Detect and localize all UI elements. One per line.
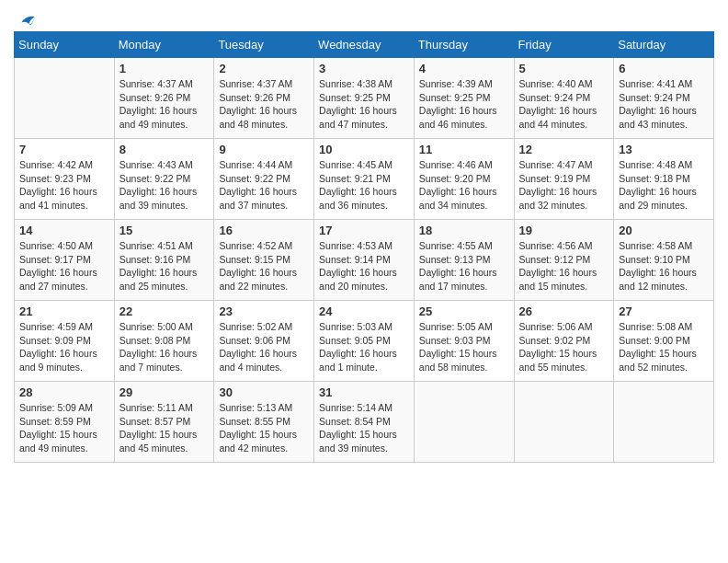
calendar-cell: 2Sunrise: 4:37 AMSunset: 9:26 PMDaylight…	[214, 58, 314, 139]
day-number: 14	[19, 224, 109, 237]
calendar-cell: 19Sunrise: 4:56 AMSunset: 9:12 PMDayligh…	[514, 220, 614, 301]
header-day: Tuesday	[214, 32, 314, 58]
calendar-cell: 7Sunrise: 4:42 AMSunset: 9:23 PMDaylight…	[15, 139, 115, 220]
header-row: SundayMondayTuesdayWednesdayThursdayFrid…	[15, 32, 714, 58]
calendar-week-row: 7Sunrise: 4:42 AMSunset: 9:23 PMDaylight…	[15, 139, 714, 220]
day-info: Sunrise: 5:14 AMSunset: 8:54 PMDaylight:…	[319, 401, 409, 455]
day-number: 3	[319, 62, 409, 75]
day-number: 29	[119, 385, 210, 399]
calendar-cell: 15Sunrise: 4:51 AMSunset: 9:16 PMDayligh…	[114, 220, 214, 301]
calendar-body: 1Sunrise: 4:37 AMSunset: 9:26 PMDaylight…	[15, 58, 714, 463]
calendar-cell	[614, 382, 714, 463]
day-number: 13	[619, 143, 709, 156]
day-info: Sunrise: 4:47 AMSunset: 9:19 PMDaylight:…	[519, 158, 609, 213]
day-number: 28	[19, 385, 109, 399]
day-number: 17	[319, 224, 409, 237]
day-info: Sunrise: 4:37 AMSunset: 9:26 PMDaylight:…	[219, 77, 309, 132]
day-info: Sunrise: 4:53 AMSunset: 9:14 PMDaylight:…	[319, 239, 409, 293]
header-day: Monday	[114, 32, 214, 58]
calendar-cell: 16Sunrise: 4:52 AMSunset: 9:15 PMDayligh…	[214, 220, 314, 301]
day-info: Sunrise: 5:00 AMSunset: 9:08 PMDaylight:…	[119, 320, 210, 374]
day-info: Sunrise: 4:59 AMSunset: 9:09 PMDaylight:…	[19, 320, 109, 374]
day-number: 27	[619, 304, 709, 318]
header-day: Wednesday	[314, 32, 415, 58]
header-day: Friday	[514, 32, 614, 58]
calendar-cell: 20Sunrise: 4:58 AMSunset: 9:10 PMDayligh…	[614, 220, 714, 301]
calendar-cell: 31Sunrise: 5:14 AMSunset: 8:54 PMDayligh…	[314, 382, 415, 463]
calendar-cell: 22Sunrise: 5:00 AMSunset: 9:08 PMDayligh…	[114, 301, 214, 382]
day-number: 30	[219, 385, 309, 399]
calendar-cell: 6Sunrise: 4:41 AMSunset: 9:24 PMDaylight…	[614, 58, 714, 139]
day-info: Sunrise: 4:42 AMSunset: 9:23 PMDaylight:…	[19, 158, 109, 213]
logo	[14, 9, 38, 26]
calendar-cell: 8Sunrise: 4:43 AMSunset: 9:22 PMDaylight…	[114, 139, 214, 220]
day-info: Sunrise: 4:46 AMSunset: 9:20 PMDaylight:…	[419, 158, 509, 213]
header-day: Sunday	[15, 32, 115, 58]
day-number: 21	[19, 304, 109, 318]
calendar-cell: 14Sunrise: 4:50 AMSunset: 9:17 PMDayligh…	[15, 220, 115, 301]
day-info: Sunrise: 5:06 AMSunset: 9:02 PMDaylight:…	[519, 320, 609, 374]
day-number: 10	[319, 143, 409, 156]
day-number: 4	[419, 62, 509, 75]
day-number: 2	[219, 62, 309, 75]
calendar-cell: 13Sunrise: 4:48 AMSunset: 9:18 PMDayligh…	[614, 139, 714, 220]
day-number: 19	[519, 224, 609, 237]
calendar-cell: 28Sunrise: 5:09 AMSunset: 8:59 PMDayligh…	[15, 382, 115, 463]
day-number: 6	[619, 62, 709, 75]
calendar-cell: 12Sunrise: 4:47 AMSunset: 9:19 PMDayligh…	[514, 139, 614, 220]
calendar-cell: 30Sunrise: 5:13 AMSunset: 8:55 PMDayligh…	[214, 382, 314, 463]
day-number: 15	[119, 224, 210, 237]
calendar-cell: 18Sunrise: 4:55 AMSunset: 9:13 PMDayligh…	[414, 220, 514, 301]
day-info: Sunrise: 4:52 AMSunset: 9:15 PMDaylight:…	[219, 239, 309, 293]
logo-bird-icon	[16, 9, 38, 31]
day-info: Sunrise: 4:43 AMSunset: 9:22 PMDaylight:…	[119, 158, 210, 213]
day-number: 9	[219, 143, 309, 156]
day-number: 25	[419, 304, 509, 318]
day-info: Sunrise: 5:13 AMSunset: 8:55 PMDaylight:…	[219, 401, 309, 455]
calendar-cell: 9Sunrise: 4:44 AMSunset: 9:22 PMDaylight…	[214, 139, 314, 220]
calendar-week-row: 14Sunrise: 4:50 AMSunset: 9:17 PMDayligh…	[15, 220, 714, 301]
calendar-cell: 3Sunrise: 4:38 AMSunset: 9:25 PMDaylight…	[314, 58, 415, 139]
day-info: Sunrise: 5:08 AMSunset: 9:00 PMDaylight:…	[619, 320, 709, 374]
day-info: Sunrise: 5:02 AMSunset: 9:06 PMDaylight:…	[219, 320, 309, 374]
calendar-cell: 11Sunrise: 4:46 AMSunset: 9:20 PMDayligh…	[414, 139, 514, 220]
header-day: Thursday	[414, 32, 514, 58]
day-info: Sunrise: 4:48 AMSunset: 9:18 PMDaylight:…	[619, 158, 709, 213]
day-info: Sunrise: 4:56 AMSunset: 9:12 PMDaylight:…	[519, 239, 609, 293]
calendar-week-row: 21Sunrise: 4:59 AMSunset: 9:09 PMDayligh…	[15, 301, 714, 382]
header-day: Saturday	[614, 32, 714, 58]
day-info: Sunrise: 4:37 AMSunset: 9:26 PMDaylight:…	[119, 77, 210, 132]
day-number: 23	[219, 304, 309, 318]
calendar-cell: 4Sunrise: 4:39 AMSunset: 9:25 PMDaylight…	[414, 58, 514, 139]
calendar-cell	[414, 382, 514, 463]
day-number: 24	[319, 304, 409, 318]
day-number: 1	[119, 62, 210, 75]
day-number: 7	[19, 143, 109, 156]
calendar-cell: 21Sunrise: 4:59 AMSunset: 9:09 PMDayligh…	[15, 301, 115, 382]
day-info: Sunrise: 4:45 AMSunset: 9:21 PMDaylight:…	[319, 158, 409, 213]
calendar-table: SundayMondayTuesdayWednesdayThursdayFrid…	[14, 31, 714, 463]
calendar-cell	[15, 58, 115, 139]
day-info: Sunrise: 4:39 AMSunset: 9:25 PMDaylight:…	[419, 77, 509, 132]
day-number: 18	[419, 224, 509, 237]
header	[14, 9, 714, 26]
day-info: Sunrise: 5:03 AMSunset: 9:05 PMDaylight:…	[319, 320, 409, 374]
calendar-cell	[514, 382, 614, 463]
calendar-cell: 10Sunrise: 4:45 AMSunset: 9:21 PMDayligh…	[314, 139, 415, 220]
calendar-cell: 29Sunrise: 5:11 AMSunset: 8:57 PMDayligh…	[114, 382, 214, 463]
day-info: Sunrise: 4:50 AMSunset: 9:17 PMDaylight:…	[19, 239, 109, 293]
day-number: 20	[619, 224, 709, 237]
day-info: Sunrise: 4:41 AMSunset: 9:24 PMDaylight:…	[619, 77, 709, 132]
calendar-header: SundayMondayTuesdayWednesdayThursdayFrid…	[15, 32, 714, 58]
day-number: 5	[519, 62, 609, 75]
calendar-cell: 26Sunrise: 5:06 AMSunset: 9:02 PMDayligh…	[514, 301, 614, 382]
calendar-week-row: 28Sunrise: 5:09 AMSunset: 8:59 PMDayligh…	[15, 382, 714, 463]
day-number: 16	[219, 224, 309, 237]
calendar-cell: 23Sunrise: 5:02 AMSunset: 9:06 PMDayligh…	[214, 301, 314, 382]
day-info: Sunrise: 4:40 AMSunset: 9:24 PMDaylight:…	[519, 77, 609, 132]
calendar-cell: 17Sunrise: 4:53 AMSunset: 9:14 PMDayligh…	[314, 220, 415, 301]
day-number: 22	[119, 304, 210, 318]
day-number: 8	[119, 143, 210, 156]
day-number: 26	[519, 304, 609, 318]
calendar-cell: 5Sunrise: 4:40 AMSunset: 9:24 PMDaylight…	[514, 58, 614, 139]
